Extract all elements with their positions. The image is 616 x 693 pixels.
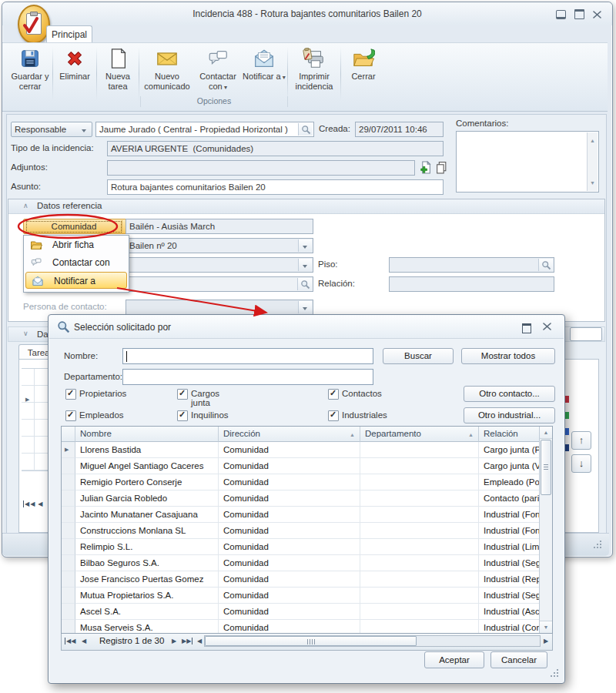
search-icon[interactable]	[538, 259, 553, 271]
new-message-button[interactable]: Nuevo comunicado	[140, 45, 194, 103]
tab-principal[interactable]: Principal	[46, 25, 92, 43]
delete-button[interactable]: Eliminar	[54, 45, 95, 103]
nav-prev-icon[interactable]: ◀	[38, 500, 43, 507]
search-icon[interactable]	[298, 123, 313, 136]
comentarios-textarea[interactable]: ▲ ▼	[456, 131, 599, 192]
search-icon[interactable]	[297, 278, 312, 290]
cancelar-button[interactable]: Cancelar	[490, 651, 547, 668]
buscar-button[interactable]: Buscar	[383, 348, 454, 364]
menu-item-contactar-con[interactable]: Contactar con	[25, 254, 128, 271]
table-row[interactable]: Julian Garcia RobledoComunidadContacto (…	[62, 490, 541, 507]
minimize-icon[interactable]	[556, 10, 566, 19]
header-departamento[interactable]: Departamento▲	[360, 427, 479, 442]
adjuntos-field[interactable]	[107, 160, 415, 176]
mostrar-todos-button[interactable]: Mostrar todos	[461, 348, 555, 364]
table-cell: Industrial (Asc	[479, 604, 541, 620]
table-row[interactable]: Miguel Angel Santiago CaceresComunidadCa…	[62, 458, 541, 474]
table-cell: Ascel S.A.	[75, 604, 219, 620]
notify-button[interactable]: Notificar a	[242, 45, 286, 103]
menu-item-abrir-ficha[interactable]: Abrir ficha	[25, 236, 128, 253]
contact-with-button[interactable]: Contactar con	[194, 45, 242, 103]
dialog-title: Selección solicitado por	[74, 322, 171, 333]
copy-icon[interactable]	[435, 161, 448, 176]
close-window-button[interactable]: Cerrar	[342, 45, 385, 103]
app-icon[interactable]	[18, 5, 50, 44]
table-row[interactable]: Relimpio S.L.ComunidadIndustrial (Limp	[62, 539, 541, 555]
header-nombre[interactable]: Nombre	[75, 427, 219, 442]
responsable-field[interactable]: Jaume Jurado ( Central - Propiedad Horiz…	[95, 122, 314, 137]
row-indicator	[62, 523, 75, 539]
scroll-up-icon[interactable]: ▲	[540, 427, 552, 439]
scroll-down-icon[interactable]: ▼	[540, 621, 552, 633]
add-attachment-icon[interactable]	[419, 161, 432, 176]
nombre-input[interactable]	[122, 348, 373, 364]
nav-prev-icon[interactable]: ◀	[82, 638, 86, 644]
checked-icon	[177, 410, 188, 421]
table-row[interactable]: Jose Francisco Puertas GomezComunidadInd…	[62, 571, 541, 588]
move-down-button[interactable]: ↓	[571, 454, 591, 473]
table-cell: Comunidad	[219, 507, 360, 523]
escalera-combo[interactable]	[126, 257, 313, 273]
record-counter: Registro 1 de 30	[99, 636, 164, 645]
tareas-nav[interactable]: ◀◀ ◀	[23, 500, 43, 507]
chevron-down-icon[interactable]	[298, 259, 312, 271]
table-row[interactable]: Mutua Propietarios S.A.ComunidadIndustri…	[62, 588, 541, 604]
maximize-icon[interactable]	[522, 323, 531, 333]
tareas-grid: ▶	[22, 368, 49, 471]
table-row[interactable]: Jacinto Munataner CasajuanaComunidadIndu…	[62, 507, 541, 523]
departamento-input[interactable]	[122, 369, 373, 385]
solicitado-por-field[interactable]	[126, 276, 313, 292]
scroll-up-icon[interactable]: ▲	[588, 133, 598, 148]
nav-first-icon[interactable]: ◀◀	[65, 638, 75, 644]
creada-field: 29/07/2011 10:46	[355, 122, 444, 137]
table-cell: Remigio Portero Conserje	[75, 474, 219, 490]
nav-last-icon[interactable]: ▶▶	[182, 638, 192, 644]
table-row[interactable]: Bilbao Seguros S.A.ComunidadIndustrial (…	[62, 555, 541, 571]
table-row[interactable]: Musa Serveis S.A.ComunidadIndustrial (Co…	[62, 620, 541, 634]
scroll-down-icon[interactable]: ▼	[588, 176, 598, 190]
table-row[interactable]: Ascel S.A.ComunidadIndustrial (Asc	[62, 604, 541, 620]
scrollbar-horizontal[interactable]	[204, 635, 541, 647]
piso-field[interactable]	[389, 257, 554, 273]
otro-industrial-button[interactable]: Otro industrial...	[464, 407, 555, 424]
table-cell	[360, 588, 479, 604]
asunto-field[interactable]: Rotura bajantes comunitarios Bailen 20	[107, 179, 444, 195]
nav-first-icon[interactable]: ◀◀	[23, 500, 35, 507]
responsable-dropdown-button[interactable]: Responsable	[11, 122, 92, 137]
header-direccion[interactable]: Dirección▲	[219, 427, 360, 442]
close-icon[interactable]	[593, 11, 601, 18]
table-row[interactable]: Construccions Monlana SLComunidadIndustr…	[62, 523, 541, 539]
close-icon[interactable]	[543, 323, 551, 330]
aceptar-button[interactable]: Aceptar	[424, 651, 484, 668]
new-task-button[interactable]: Nueva tarea	[98, 45, 138, 103]
otro-contacto-button[interactable]: Otro contacto...	[464, 386, 555, 402]
table-row[interactable]: Remigio Portero ConserjeComunidadEmplead…	[62, 474, 541, 490]
scrollbar-thumb[interactable]	[541, 440, 551, 495]
menu-item-notificar-a[interactable]: Notificar a	[25, 272, 127, 289]
chevron-down-icon[interactable]	[298, 239, 312, 252]
scroll-left-icon[interactable]: ◀	[197, 638, 202, 644]
move-up-button[interactable]: ↑	[571, 431, 591, 450]
maximize-icon[interactable]	[574, 9, 584, 19]
collapse-icon[interactable]: ∧	[23, 202, 28, 209]
edificio-combo[interactable]: Bailen nº 20	[126, 238, 313, 253]
comunidad-split-button[interactable]: Comunidad	[23, 219, 139, 234]
scrollbar-vertical[interactable]: ▲ ▼	[539, 427, 552, 633]
nav-next-icon[interactable]: ▶	[172, 638, 176, 644]
resize-grip-icon[interactable]	[557, 669, 558, 671]
save-close-button[interactable]: Guardar y cerrar	[8, 45, 52, 103]
scroll-right-icon[interactable]: ▶	[544, 638, 548, 644]
table-row[interactable]: ▶Llorens BastidaComunidadCargo junta (P	[62, 442, 541, 458]
dialog-table-rows: ▶Llorens BastidaComunidadCargo junta (PM…	[62, 442, 541, 633]
text-caret	[126, 351, 127, 362]
save-icon	[18, 47, 42, 70]
print-incident-button[interactable]: Imprimir incidencia	[289, 45, 340, 103]
scrollbar-vertical[interactable]: ▲ ▼	[587, 132, 598, 191]
header-relacion[interactable]: Relación	[479, 427, 541, 442]
scrollbar-thumb[interactable]	[205, 636, 417, 646]
expand-icon[interactable]: ∨	[23, 330, 28, 337]
table-cell: Industrial (Fon	[479, 523, 541, 539]
resize-grip-icon[interactable]	[600, 541, 601, 542]
new-message-icon	[156, 47, 179, 70]
datos-referencia-title: Datos referencia	[37, 201, 102, 210]
